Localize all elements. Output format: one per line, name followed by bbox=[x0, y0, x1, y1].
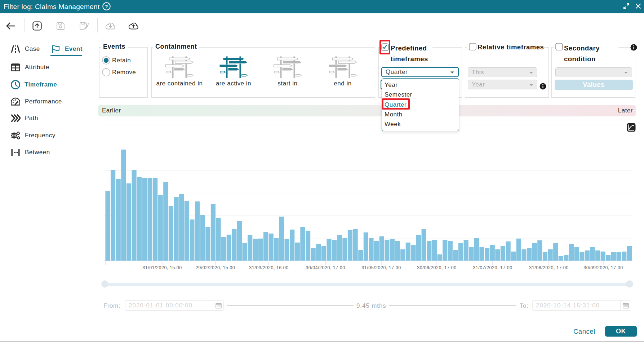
svg-text:29/02/2020, 15:00: 29/02/2020, 15:00 bbox=[196, 265, 235, 270]
svg-text:31/05/2020, 17:00: 31/05/2020, 17:00 bbox=[361, 265, 401, 270]
svg-text:31/08/2020, 17:00: 31/08/2020, 17:00 bbox=[529, 265, 568, 270]
svg-text:30/06/2020, 17:00: 30/06/2020, 17:00 bbox=[417, 265, 456, 270]
svg-text:31/03/2020, 16:00: 31/03/2020, 16:00 bbox=[249, 265, 288, 270]
svg-text:30/04/2020, 17:00: 30/04/2020, 17:00 bbox=[306, 265, 345, 270]
svg-text:30/09/2020, 17:00: 30/09/2020, 17:00 bbox=[583, 265, 623, 270]
svg-text:31/01/2020, 15:00: 31/01/2020, 15:00 bbox=[142, 265, 182, 270]
svg-text:31/07/2020, 17:00: 31/07/2020, 17:00 bbox=[473, 265, 512, 270]
